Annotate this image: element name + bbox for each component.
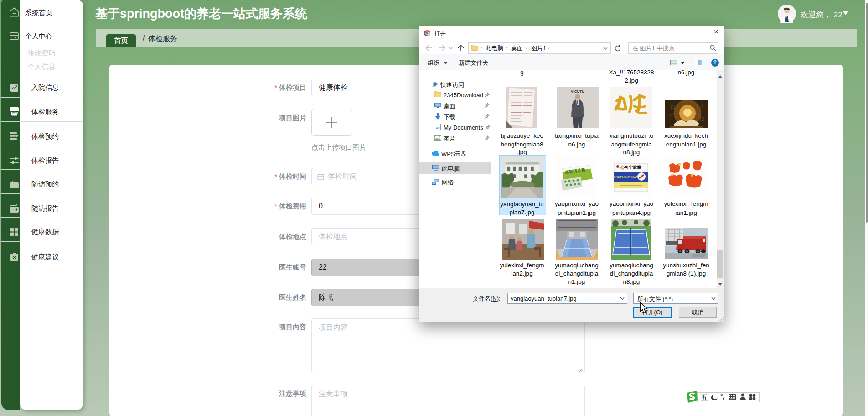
svg-text:VICUTU: VICUTU (571, 89, 584, 94)
svg-text:心可宁胶囊: 心可宁胶囊 (620, 165, 641, 170)
